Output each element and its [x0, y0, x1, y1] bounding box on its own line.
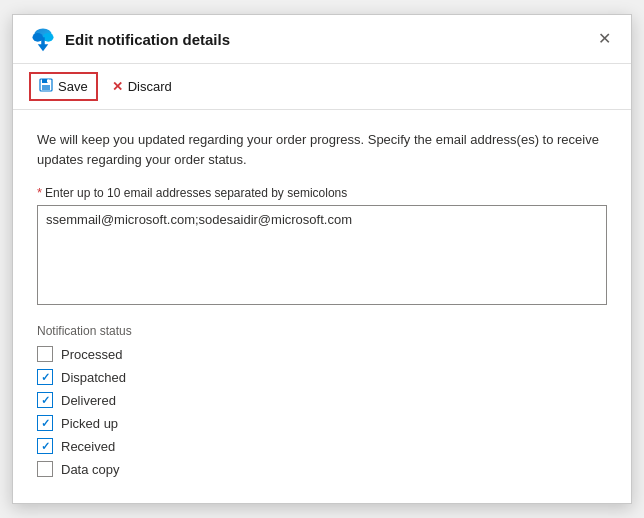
discard-label: Discard	[128, 79, 172, 94]
checkbox-label-dispatched: Dispatched	[61, 370, 126, 385]
checkbox-item-data_copy: ✓Data copy	[37, 461, 607, 477]
dialog-body: We will keep you updated regarding your …	[13, 110, 631, 497]
checkbox-item-received: ✓Received	[37, 438, 607, 454]
azure-icon	[29, 25, 57, 53]
checkbox-label-received: Received	[61, 439, 115, 454]
discard-icon: ✕	[112, 79, 123, 94]
checkbox-list: ✓Processed✓Dispatched✓Delivered✓Picked u…	[37, 346, 607, 477]
checkbox-picked_up[interactable]: ✓	[37, 415, 53, 431]
checkbox-label-delivered: Delivered	[61, 393, 116, 408]
email-input[interactable]: ssemmail@microsoft.com;sodesaidir@micros…	[37, 205, 607, 305]
checkbox-label-processed: Processed	[61, 347, 122, 362]
checkbox-label-picked_up: Picked up	[61, 416, 118, 431]
svg-rect-7	[42, 85, 50, 90]
discard-button[interactable]: ✕ Discard	[102, 73, 182, 100]
checkbox-dispatched[interactable]: ✓	[37, 369, 53, 385]
notification-status-label: Notification status	[37, 324, 607, 338]
checkbox-item-picked_up: ✓Picked up	[37, 415, 607, 431]
checkbox-item-dispatched: ✓Dispatched	[37, 369, 607, 385]
dialog-title: Edit notification details	[65, 31, 230, 48]
toolbar: Save ✕ Discard	[13, 64, 631, 110]
email-field-label: * Enter up to 10 email addresses separat…	[37, 185, 607, 200]
save-label: Save	[58, 79, 88, 94]
edit-notification-dialog: Edit notification details ✕ Save ✕ Disca…	[12, 14, 632, 504]
checkbox-data_copy[interactable]: ✓	[37, 461, 53, 477]
checkbox-item-delivered: ✓Delivered	[37, 392, 607, 408]
checkbox-delivered[interactable]: ✓	[37, 392, 53, 408]
checkbox-received[interactable]: ✓	[37, 438, 53, 454]
description-text: We will keep you updated regarding your …	[37, 130, 607, 169]
required-star: *	[37, 185, 42, 200]
svg-rect-8	[47, 80, 49, 83]
dialog-titlebar: Edit notification details ✕	[13, 15, 631, 64]
save-icon	[39, 78, 53, 95]
checkbox-processed[interactable]: ✓	[37, 346, 53, 362]
save-button[interactable]: Save	[29, 72, 98, 101]
close-button[interactable]: ✕	[594, 29, 615, 49]
title-left: Edit notification details	[29, 25, 230, 53]
checkbox-item-processed: ✓Processed	[37, 346, 607, 362]
checkbox-label-data_copy: Data copy	[61, 462, 120, 477]
svg-marker-4	[38, 44, 49, 51]
